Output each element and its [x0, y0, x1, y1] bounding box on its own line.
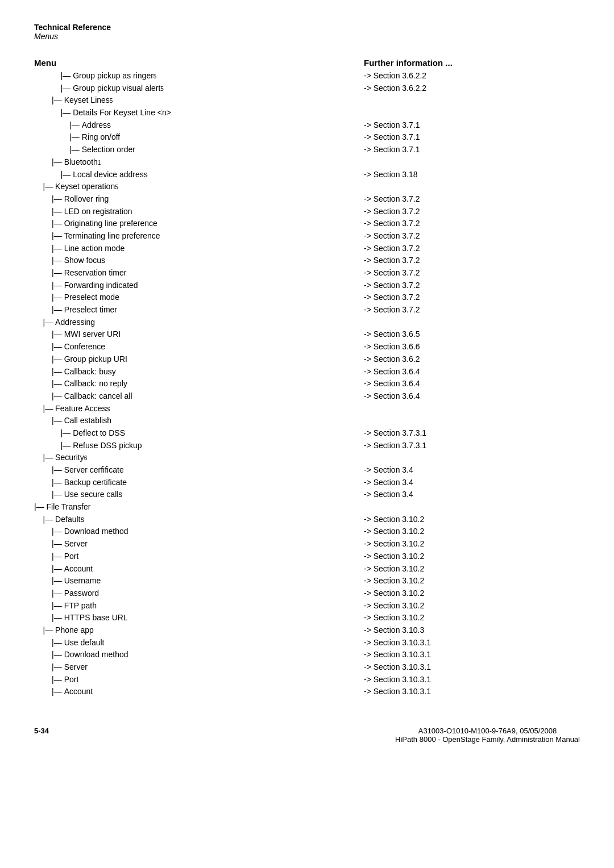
menu-item-text: Use secure calls [64, 489, 123, 501]
footer-page-number: 5-34 [34, 727, 49, 744]
menu-item-text: Forwarding indicated [64, 279, 138, 292]
further-item: -> Section 3.6.2 [364, 353, 580, 366]
further-item: -> Section 3.7.3.1 [364, 440, 580, 452]
menu-item-text: Server cerfificate [64, 464, 124, 477]
menu-item-text: Details For Keyset Line <n> [73, 107, 171, 119]
menu-item-superscript: 5 [110, 97, 113, 106]
further-item: -> Section 3.10.3.1 [364, 661, 580, 674]
menu-item-text: Group pickup URI [64, 353, 127, 366]
menu-item-superscript: 5 [160, 85, 164, 94]
menu-item-indent: |— [34, 415, 64, 427]
menu-item: |— LED on registration [34, 206, 364, 218]
menu-item: |— Use default [34, 637, 364, 649]
main-content: Menu |— Group pickup as ringer5 |— Group… [34, 58, 580, 698]
menu-item-indent: |— [34, 489, 64, 501]
menu-item: |— Account [34, 686, 364, 698]
menu-column-header: Menu [34, 58, 364, 68]
menu-item-indent: |— [34, 169, 73, 181]
further-item: -> Section 3.7.2 [364, 193, 580, 206]
further-item: -> Section 3.6.5 [364, 328, 580, 341]
menu-item-text: Download method [64, 525, 128, 538]
further-item: -> Section 3.10.3.1 [364, 649, 580, 661]
menu-item-indent: |— [34, 267, 64, 279]
further-item: -> Section 3.7.2 [364, 267, 580, 279]
menu-item-indent: |— [34, 193, 64, 206]
menu-item-indent: |— [34, 390, 64, 403]
menu-item: |— Originating line preference [34, 218, 364, 230]
menu-item: |— HTTPS base URL [34, 612, 364, 624]
menu-item-indent: |— [34, 119, 82, 132]
menu-item-text: Server [64, 661, 88, 674]
menu-item-indent: |— [34, 366, 64, 378]
menu-item-text: Security [55, 452, 84, 464]
footer-document-info: A31003-O1010-M100-9-76A9, 05/05/2008 HiP… [395, 727, 580, 744]
further-item: -> Section 3.7.2 [364, 218, 580, 230]
menu-item-text: Phone app [55, 624, 94, 637]
menu-item: |— File Transfer [34, 501, 364, 514]
further-rows: -> Section 3.6.2.2-> Section 3.6.2.2 -> … [364, 70, 580, 698]
menu-item-text: FTP path [64, 600, 97, 612]
menu-item-text: Defaults [55, 514, 84, 526]
further-column: Further information ... -> Section 3.6.2… [364, 58, 580, 698]
menu-item-text: Keyset Lines [64, 94, 110, 107]
menu-item: |— Port [34, 550, 364, 563]
menu-item: |— Call establish [34, 415, 364, 427]
menu-item-indent: |— [34, 550, 64, 563]
menu-item-text: Bluetooth [64, 156, 98, 169]
further-item: -> Section 3.6.4 [364, 366, 580, 378]
menu-item-text: Callback: no reply [64, 378, 127, 390]
menu-item-indent: |— [34, 600, 64, 612]
menu-item: |— Reservation timer [34, 267, 364, 279]
menu-item-text: Call establish [64, 415, 111, 427]
menu-item-indent: |— [34, 538, 64, 550]
menu-item-indent: |— [34, 181, 55, 193]
menu-item: |— Deflect to DSS [34, 427, 364, 440]
further-item: -> Section 3.7.2 [364, 291, 580, 304]
menu-item-indent: |— [34, 477, 64, 489]
menu-item: |— Defaults [34, 514, 364, 526]
header-title: Technical Reference [34, 23, 580, 32]
menu-item-text: Terminating line preference [64, 230, 160, 243]
further-item: -> Section 3.4 [364, 489, 580, 501]
menu-item-indent: |— [34, 563, 64, 575]
menu-item-indent: |— [34, 254, 64, 267]
menu-item-indent: |— [34, 575, 64, 587]
menu-item-superscript: 1 [98, 158, 101, 168]
menu-item: |— Server cerfificate [34, 464, 364, 477]
further-item: -> Section 3.7.1 [364, 131, 580, 144]
menu-item-text: Originating line preference [64, 218, 157, 230]
further-item: -> Section 3.6.2.2 [364, 82, 580, 95]
menu-item-text: Password [64, 587, 99, 600]
menu-item-indent: |— [34, 230, 64, 243]
further-item: -> Section 3.6.6 [364, 341, 580, 353]
menu-item-indent: |— [34, 403, 55, 415]
menu-item: |— Username [34, 575, 364, 587]
menu-item-text: Backup certificate [64, 477, 127, 489]
menu-item-text: Refuse DSS pickup [73, 440, 142, 452]
menu-item-text: Conference [64, 341, 105, 353]
menu-item: |— Keyset operation5 [34, 181, 364, 193]
menu-rows: |— Group pickup as ringer5 |— Group pick… [34, 70, 364, 698]
menu-item: |— Preselect mode [34, 291, 364, 304]
menu-item: |— Group pickup as ringer5 [34, 70, 364, 82]
menu-item: |— Forwarding indicated [34, 279, 364, 292]
menu-item-indent: |— [34, 328, 64, 341]
menu-item-indent: |— [34, 612, 64, 624]
menu-item-indent: |— [34, 525, 64, 538]
further-item: -> Section 3.7.2 [364, 230, 580, 243]
menu-item-text: Selection order [82, 144, 135, 156]
menu-item-indent: |— [34, 316, 55, 329]
menu-item-text: HTTPS base URL [64, 612, 128, 624]
menu-item: |— Local device address [34, 169, 364, 181]
menu-item: |— Terminating line preference [34, 230, 364, 243]
further-item: -> Section 3.10.2 [364, 587, 580, 600]
menu-item-indent: |— [34, 279, 64, 292]
further-item: -> Section 3.7.3.1 [364, 427, 580, 440]
menu-item-text: Group pickup as ringer [73, 70, 154, 82]
further-item: -> Section 3.6.2.2 [364, 70, 580, 82]
further-item: -> Section 3.10.2 [364, 550, 580, 563]
further-item: -> Section 3.4 [364, 464, 580, 477]
menu-item-text: Local device address [73, 169, 148, 181]
menu-item: |— Backup certificate [34, 477, 364, 489]
menu-item-indent: |— [34, 218, 64, 230]
